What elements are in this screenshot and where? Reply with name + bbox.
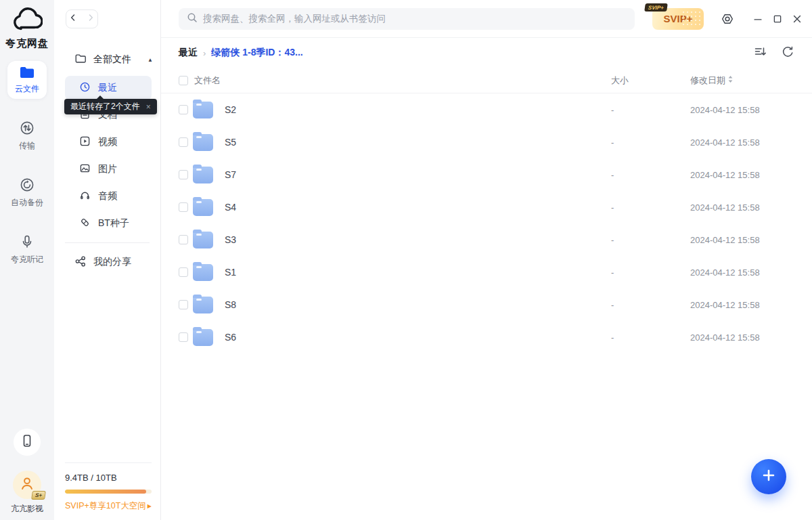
- column-header-size[interactable]: 大小: [611, 74, 690, 87]
- file-name[interactable]: S2: [225, 104, 611, 115]
- table-row[interactable]: S3 - 2024-04-12 15:58: [161, 223, 812, 256]
- rail-item-label: 云文件: [15, 83, 39, 95]
- back-button[interactable]: [68, 13, 78, 25]
- row-checkbox[interactable]: [179, 332, 188, 342]
- breadcrumb-separator-icon: ›: [203, 48, 206, 58]
- sort-list-icon[interactable]: [753, 45, 767, 61]
- folder-outline-icon: [74, 53, 87, 67]
- file-size: -: [611, 137, 690, 148]
- microphone-icon: [19, 234, 35, 252]
- search-bar[interactable]: [179, 8, 635, 30]
- settings-gear-icon[interactable]: [720, 12, 735, 26]
- breadcrumb: 最近 › 绿箭侠 1-8季ID：43...: [161, 38, 812, 68]
- select-all-checkbox[interactable]: [179, 76, 188, 85]
- tree-item-label: 音频: [98, 190, 117, 202]
- file-modified: 2024-04-12 15:58: [690, 267, 794, 278]
- refresh-icon[interactable]: [782, 45, 794, 61]
- folder-icon[interactable]: [193, 167, 213, 183]
- rail-item-auto-backup[interactable]: 自动备份: [7, 172, 47, 213]
- file-name[interactable]: S8: [225, 299, 611, 310]
- app-logo: 夸克网盘: [5, 5, 49, 50]
- svip-upsell-text: SVIP+尊享10T大空间: [65, 500, 146, 512]
- main-panel: SVIP+ SVIP+ 最近 › 绿箭侠 1-8季ID：43...: [161, 0, 812, 520]
- sidebar-item-my-shares[interactable]: 我的分享: [54, 250, 160, 274]
- file-name[interactable]: S5: [225, 137, 611, 148]
- sort-arrows-icon[interactable]: [727, 75, 734, 85]
- video-icon: [79, 135, 91, 149]
- collapse-arrow-icon[interactable]: ▲: [148, 57, 153, 63]
- table-row[interactable]: S8 - 2024-04-12 15:58: [161, 288, 812, 321]
- table-row[interactable]: S7 - 2024-04-12 15:58: [161, 158, 812, 191]
- svip-upsell-link[interactable]: SVIP+尊享10T大空间 ▶: [65, 500, 152, 512]
- breadcrumb-root[interactable]: 最近: [179, 47, 198, 59]
- file-name[interactable]: S1: [225, 267, 611, 278]
- row-checkbox[interactable]: [179, 105, 188, 114]
- folder-icon[interactable]: [193, 134, 213, 151]
- file-size: -: [611, 235, 690, 245]
- rail-item-quark-listen[interactable]: 夸克听记: [7, 229, 47, 269]
- file-size: -: [611, 105, 690, 115]
- plus-icon: [761, 467, 777, 486]
- table-row[interactable]: S1 - 2024-04-12 15:58: [161, 256, 812, 288]
- folder-icon[interactable]: [193, 232, 213, 248]
- image-icon: [79, 162, 91, 176]
- svip-badge: S+: [31, 491, 46, 500]
- column-header-modified-label: 修改日期: [690, 74, 725, 87]
- avatar[interactable]: S+: [13, 471, 41, 499]
- mobile-app-button[interactable]: [14, 429, 41, 456]
- table-row[interactable]: S4 - 2024-04-12 15:58: [161, 191, 812, 223]
- sidebar-item-videos[interactable]: 视频: [65, 130, 152, 154]
- add-button[interactable]: [751, 459, 786, 494]
- rail-bottom: S+ 亢亢影视: [0, 429, 54, 515]
- file-name[interactable]: S4: [225, 202, 611, 213]
- file-name[interactable]: S7: [225, 169, 611, 180]
- table-header: 文件名 大小 修改日期: [161, 68, 812, 93]
- breadcrumb-current[interactable]: 绿箭侠 1-8季ID：43...: [211, 47, 302, 59]
- rail-item-cloud-files[interactable]: 云文件: [7, 61, 47, 99]
- file-modified: 2024-04-12 15:58: [690, 235, 794, 245]
- file-modified: 2024-04-12 15:58: [690, 105, 794, 115]
- sidebar-item-audio[interactable]: 音频: [65, 184, 152, 209]
- search-input[interactable]: [203, 14, 627, 24]
- folder-icon[interactable]: [193, 297, 213, 313]
- sidebar-item-bt-torrents[interactable]: BT种子: [65, 211, 152, 236]
- file-modified: 2024-04-12 15:58: [690, 170, 794, 180]
- arrow-right-icon: ▶: [148, 503, 152, 509]
- table-row[interactable]: S6 - 2024-04-12 15:58: [161, 321, 812, 353]
- sidebar-item-pictures[interactable]: 图片: [65, 157, 152, 181]
- file-name[interactable]: S6: [225, 332, 611, 343]
- folder-icon[interactable]: [193, 329, 213, 346]
- row-checkbox[interactable]: [179, 300, 188, 309]
- sidebar-item-all-files[interactable]: 全部文件 ▲: [54, 50, 160, 69]
- forward-button[interactable]: [86, 13, 95, 25]
- magnet-icon: [79, 217, 91, 230]
- file-name[interactable]: S3: [225, 234, 611, 245]
- row-checkbox[interactable]: [179, 267, 188, 277]
- close-icon[interactable]: ×: [146, 103, 151, 111]
- sidebar-item-recent[interactable]: 最近: [65, 76, 152, 100]
- user-name[interactable]: 亢亢影视: [11, 503, 43, 515]
- sidebar-divider: [65, 242, 150, 243]
- column-header-modified[interactable]: 修改日期: [690, 74, 794, 87]
- column-header-name[interactable]: 文件名: [194, 74, 611, 87]
- tree-item-label: 视频: [98, 136, 117, 148]
- svip-plus-button[interactable]: SVIP+ SVIP+: [652, 8, 704, 30]
- close-window-button[interactable]: [792, 14, 803, 24]
- folder-icon[interactable]: [193, 102, 213, 118]
- file-size: -: [611, 332, 690, 343]
- folder-icon[interactable]: [193, 264, 213, 281]
- maximize-button[interactable]: [772, 14, 783, 24]
- table-row[interactable]: S2 - 2024-04-12 15:58: [161, 93, 812, 126]
- folder-icon[interactable]: [193, 199, 213, 216]
- file-modified: 2024-04-12 15:58: [690, 332, 794, 343]
- rail-item-transfer[interactable]: 传输: [7, 115, 47, 156]
- minimize-button[interactable]: [752, 14, 763, 24]
- row-checkbox[interactable]: [179, 170, 188, 179]
- my-shares-label: 我的分享: [93, 256, 131, 268]
- row-checkbox[interactable]: [179, 202, 188, 212]
- share-nodes-icon: [74, 255, 87, 269]
- row-checkbox[interactable]: [179, 137, 188, 147]
- table-row[interactable]: S5 - 2024-04-12 15:58: [161, 126, 812, 158]
- row-checkbox[interactable]: [179, 235, 188, 244]
- tree-item-label: 图片: [98, 163, 117, 175]
